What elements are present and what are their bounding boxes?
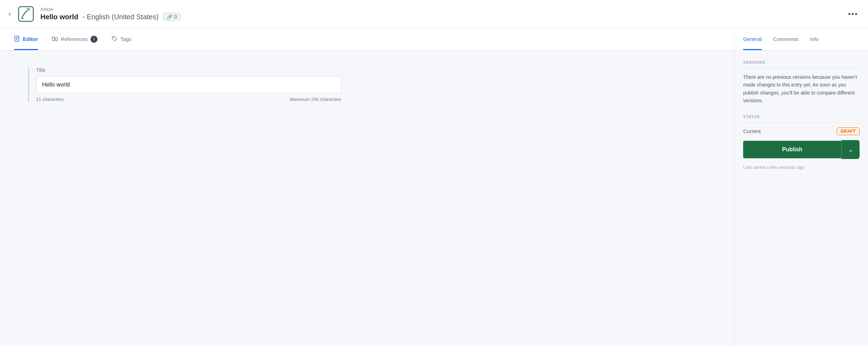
publish-dropdown-button[interactable]: ⌄ — [841, 140, 860, 159]
last-saved-text: Last saved a few seconds ago — [743, 165, 805, 170]
svg-rect-5 — [52, 37, 54, 41]
info-tab-label: Info — [810, 36, 819, 42]
svg-rect-6 — [55, 38, 58, 41]
svg-point-8 — [113, 37, 114, 38]
back-button[interactable]: ‹ — [8, 10, 11, 18]
sidebar-content: VERSIONS There are no previous versions … — [735, 50, 868, 346]
current-status-label: Current — [743, 128, 761, 134]
content-area: Editor References i — [0, 28, 735, 346]
link-icon: 🔗 — [167, 14, 173, 20]
tabs-bar: Editor References i — [0, 28, 734, 50]
tags-tab-icon — [112, 36, 117, 43]
publish-button[interactable]: Publish — [743, 141, 841, 158]
char-info-row: 11 characters Maximum 256 characters — [36, 97, 341, 102]
status-section: STATUS Current DRAFT Publish ⌄ Last save… — [743, 115, 860, 170]
sidebar-tabs: General Comments Info — [735, 28, 868, 50]
publish-btn-row: Publish ⌄ — [743, 140, 860, 159]
sidebar-tab-info[interactable]: Info — [810, 28, 819, 50]
char-count: 11 characters — [36, 97, 64, 102]
article-title: Hello world — [40, 13, 78, 21]
tab-editor[interactable]: Editor — [14, 28, 38, 50]
sidebar-tab-comments[interactable]: Comments — [773, 28, 799, 50]
publish-label: Publish — [782, 146, 802, 152]
svg-rect-0 — [19, 7, 33, 21]
tags-tab-label: Tags — [120, 36, 132, 42]
references-tab-label: References — [61, 36, 88, 42]
versions-section-title: VERSIONS — [743, 60, 860, 68]
header: ‹ Article Hello world - English (United … — [0, 0, 868, 28]
char-max: Maximum 256 characters — [290, 97, 341, 102]
more-icon: ••• — [848, 9, 858, 18]
link-badge[interactable]: 🔗 0 — [163, 13, 181, 21]
app-logo — [17, 5, 35, 23]
tab-references[interactable]: References i — [52, 28, 97, 50]
article-type-label: Article — [40, 7, 181, 12]
editor-tab-icon — [14, 36, 20, 43]
editor-tab-label: Editor — [23, 36, 38, 42]
chevron-down-icon: ⌄ — [848, 146, 853, 153]
title-input[interactable] — [36, 76, 341, 93]
versions-text: There are no previous versions because y… — [743, 73, 860, 105]
article-locale: - English (United States) — [82, 13, 159, 21]
title-label: Title — [36, 67, 706, 73]
general-tab-label: General — [743, 36, 762, 42]
sidebar-tab-general[interactable]: General — [743, 28, 762, 50]
link-count: 0 — [174, 14, 177, 20]
versions-section: VERSIONS There are no previous versions … — [743, 60, 860, 105]
editor-content: Title 11 characters Maximum 256 characte… — [0, 50, 734, 346]
draft-badge: DRAFT — [837, 127, 860, 135]
comments-tab-label: Comments — [773, 36, 799, 42]
status-section-title: STATUS — [743, 115, 860, 123]
references-info-badge: i — [90, 36, 97, 43]
status-row: Current DRAFT — [743, 127, 860, 135]
sidebar: General Comments Info VERSIONS There are… — [735, 28, 868, 346]
title-field-group: Title 11 characters Maximum 256 characte… — [28, 67, 706, 102]
references-tab-icon — [52, 36, 58, 43]
tab-tags[interactable]: Tags — [112, 28, 132, 50]
main-layout: Editor References i — [0, 28, 868, 346]
more-options-button[interactable]: ••• — [848, 9, 858, 19]
header-title-row: Hello world - English (United States) 🔗 … — [40, 13, 181, 21]
header-info: Article Hello world - English (United St… — [40, 7, 181, 21]
